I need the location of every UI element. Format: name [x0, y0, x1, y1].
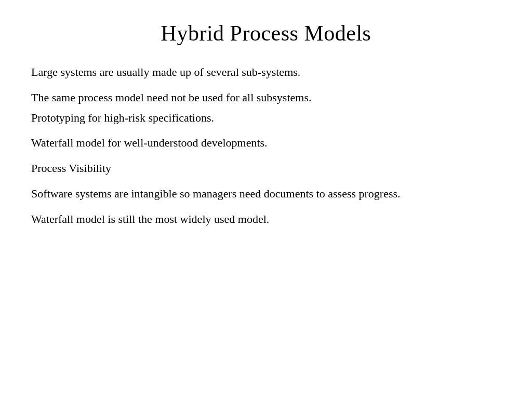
bullet-item-6: Software systems are intangible so manag… — [31, 186, 501, 202]
bullet-item-5: Process Visibility — [31, 161, 501, 177]
content-area: Large systems are usually made up of sev… — [31, 64, 501, 378]
bullet-item-1: Large systems are usually made up of sev… — [31, 64, 501, 81]
bullet-item-3: Prototyping for high-risk specifications… — [31, 110, 501, 126]
bullet-item-7: Waterfall model is still the most widely… — [31, 211, 501, 228]
bullet-item-2: The same process model need not be used … — [31, 90, 501, 106]
slide-container: Hybrid Process Models Large systems are … — [0, 0, 532, 399]
bullet-item-4: Waterfall model for well-understood deve… — [31, 135, 501, 151]
slide-title: Hybrid Process Models — [31, 21, 501, 46]
